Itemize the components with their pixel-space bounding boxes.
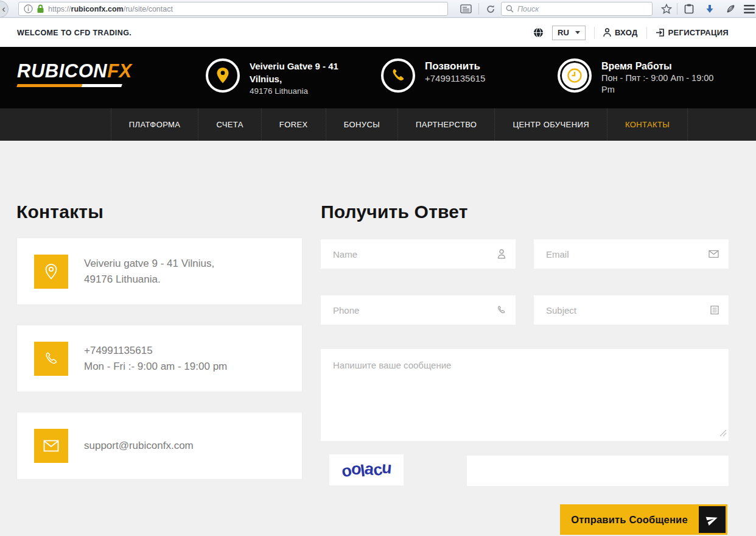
envelope-icon: [34, 429, 68, 463]
contacts-heading: Контакты: [16, 202, 103, 222]
topbar: WELCOME TO CFD TRADING. RU ВХОД РЕГИСТРА…: [0, 18, 756, 47]
url-text: https://rubiconfx.com/ru/site/contact: [48, 5, 173, 13]
phone-field-wrap: [321, 295, 516, 325]
browser-search[interactable]: [501, 2, 653, 16]
search-icon: [506, 5, 514, 13]
header-hours-text: Пон - Пят :- 9:00 Am - 19:00 Pm: [601, 72, 722, 96]
login-link[interactable]: ВХОД: [603, 28, 638, 37]
captcha-image: oolacu: [329, 454, 404, 485]
header-address-line2: Vilnius,: [250, 72, 352, 85]
submit-label: Отправить Сообщение: [560, 514, 699, 526]
captcha-input[interactable]: [467, 456, 729, 486]
header-phone-block: Позвонить +74991135615: [381, 58, 515, 93]
register-label: РЕГИСТРАЦИЯ: [668, 28, 729, 37]
resize-grip-icon[interactable]: [719, 428, 727, 439]
language-dropdown[interactable]: RU: [552, 26, 586, 40]
form-heading: Получить Ответ: [321, 202, 468, 222]
user-icon: [603, 28, 611, 37]
language-value: RU: [558, 28, 569, 37]
logo-underline: [16, 84, 122, 87]
phone-icon: [497, 306, 506, 315]
info-icon[interactable]: [24, 4, 33, 13]
lock-icon: [37, 4, 44, 13]
phone-field[interactable]: [321, 295, 516, 325]
globe-icon: [533, 27, 544, 38]
nav-item-partnership[interactable]: ПАРТНЕРСТВО: [397, 108, 494, 141]
location-pin-icon: [206, 58, 240, 93]
name-field-wrap: [321, 239, 516, 269]
email-field[interactable]: [534, 239, 729, 269]
phone-number: +74991135615: [84, 343, 227, 359]
login-label: ВХОД: [615, 28, 638, 37]
logo[interactable]: RUBICONFX: [17, 60, 127, 87]
register-link[interactable]: РЕГИСТРАЦИЯ: [656, 28, 729, 37]
subject-field-wrap: [534, 295, 729, 325]
url-bar[interactable]: https://rubiconfx.com/ru/site/contact: [18, 2, 448, 16]
header-address-line1: Veiveriu Gatve 9 - 41: [250, 60, 352, 72]
header-phone-title: Позвонить: [425, 60, 485, 72]
welcome-text: WELCOME TO CFD TRADING.: [17, 29, 131, 37]
paper-plane-icon: [699, 506, 726, 533]
clock-icon: [558, 58, 592, 93]
envelope-icon: [709, 250, 719, 258]
quill-icon[interactable]: [722, 2, 739, 16]
header-address-sub: 49176 Lithuania: [250, 85, 352, 97]
message-field[interactable]: [321, 349, 729, 441]
back-button[interactable]: ‹: [0, 1, 9, 18]
nav-item-accounts[interactable]: СЧЕТА: [198, 108, 261, 141]
nav-item-contacts[interactable]: КОНТАКТЫ: [607, 108, 688, 141]
download-icon[interactable]: [701, 2, 718, 16]
list-lines-icon: [710, 306, 719, 315]
address-card: Veiveriu gatve 9 - 41 Vilnius, 49176 Lit…: [16, 238, 303, 305]
site-header: RUBICONFX Veiveriu Gatve 9 - 41 Vilnius,…: [0, 47, 756, 108]
header-hours-block: Время Работы Пон - Пят :- 9:00 Am - 19:0…: [558, 58, 722, 96]
message-field-wrap: [321, 349, 729, 441]
bookmark-star-icon[interactable]: [659, 2, 674, 16]
header-phone-number: +74991135615: [425, 72, 485, 84]
register-enter-icon: [656, 28, 665, 37]
captcha-text: oolacu: [341, 460, 391, 481]
nav-item-education[interactable]: ЦЕНТР ОБУЧЕНИЯ: [494, 108, 607, 141]
menu-hamburger-icon[interactable]: [743, 2, 756, 16]
email-field-wrap: [534, 239, 729, 269]
user-icon: [497, 249, 506, 259]
main-nav: ПЛАТФОРМА СЧЕТА FOREX БОНУСЫ ПАРТНЕРСТВО…: [0, 108, 756, 141]
header-hours-title: Время Работы: [601, 60, 722, 72]
phone-hours: Mon - Fri :- 9:00 am - 19:00 pm: [84, 359, 227, 375]
nav-item-bonuses[interactable]: БОНУСЫ: [326, 108, 397, 141]
location-pin-icon: [34, 255, 68, 289]
address-line2: 49176 Lithuania.: [84, 272, 214, 287]
browser-toolbar: ‹ https://rubiconfx.com/ru/site/contact: [0, 0, 756, 18]
address-line1: Veiveriu gatve 9 - 41 Vilnius,: [84, 256, 214, 272]
reader-mode-icon[interactable]: [457, 2, 475, 16]
phone-icon: [34, 342, 68, 376]
clipboard-icon[interactable]: [681, 2, 698, 16]
name-field[interactable]: [321, 239, 516, 269]
reload-icon[interactable]: [482, 2, 499, 16]
subject-field[interactable]: [534, 295, 729, 325]
submit-button[interactable]: Отправить Сообщение: [560, 504, 727, 535]
email-card: support@rubiconfx.com: [16, 412, 303, 480]
nav-item-forex[interactable]: FOREX: [261, 108, 326, 141]
phone-icon: [381, 58, 415, 93]
page-content: Контакты Veiveriu gatve 9 - 41 Vilnius, …: [0, 141, 756, 536]
search-input[interactable]: [517, 5, 639, 13]
phone-card: +74991135615 Mon - Fri :- 9:00 am - 19:0…: [16, 325, 303, 392]
email-address: support@rubiconfx.com: [84, 438, 194, 454]
chevron-down-icon: [575, 31, 580, 34]
nav-item-platform[interactable]: ПЛАТФОРМА: [111, 108, 198, 141]
header-address-block: Veiveriu Gatve 9 - 41 Vilnius, 49176 Lit…: [206, 58, 352, 97]
